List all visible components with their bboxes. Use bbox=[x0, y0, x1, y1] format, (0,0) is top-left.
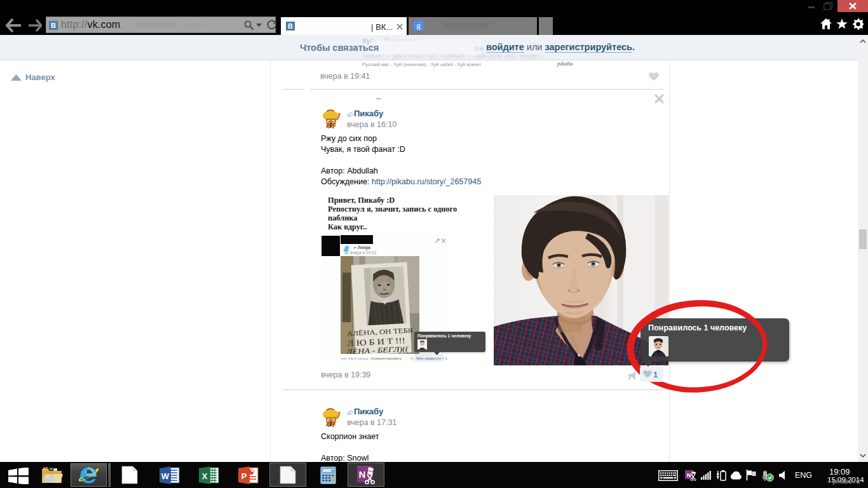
svg-text:0: 0 bbox=[331, 469, 334, 473]
svg-text:P: P bbox=[241, 471, 247, 481]
svg-text:W: W bbox=[161, 471, 170, 481]
svg-text:N: N bbox=[687, 472, 691, 478]
svg-text:N: N bbox=[359, 469, 366, 480]
svg-text:X: X bbox=[202, 471, 208, 481]
